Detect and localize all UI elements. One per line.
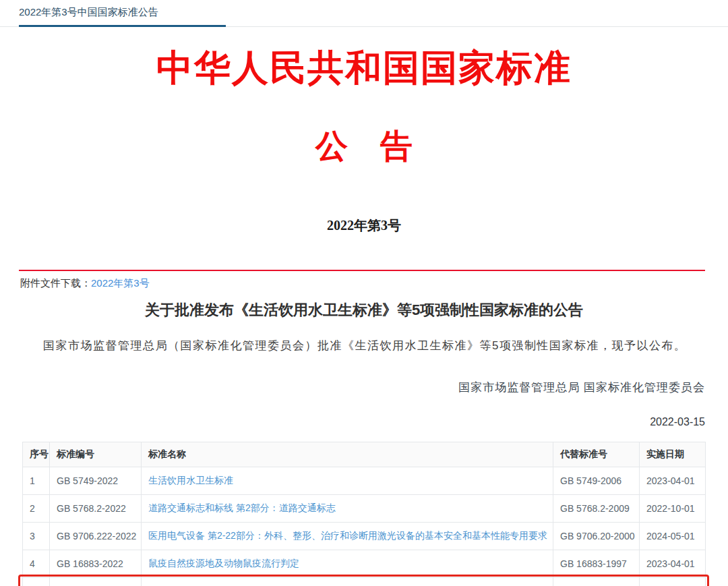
cell-code: GB 30871-2022 <box>50 577 142 586</box>
cell-code: GB 16883-2022 <box>50 550 142 577</box>
cell-code: GB 9706.222-2022 <box>50 522 142 550</box>
red-divider <box>19 270 705 271</box>
cell-code: GB 5749-2022 <box>50 467 142 494</box>
cell-no: 2 <box>23 494 50 522</box>
issue-number: 2022年第3号 <box>0 216 728 235</box>
page-title: 中华人民共和国国家标准 <box>0 44 728 93</box>
attachment-row: 附件文件下载：2022年第3号 <box>20 277 728 290</box>
table-row: 3 GB 9706.222-2022 医用电气设备 第2-22部分：外科、整形、… <box>23 522 706 550</box>
attachment-link[interactable]: 2022年第3号 <box>91 277 150 289</box>
cell-effective: 2022-10-01 <box>640 577 706 586</box>
cell-name: 危险化学品企业特殊作业安全规范 <box>142 577 553 586</box>
table-row: 4 GB 16883-2022 鼠疫自然疫源地及动物鼠疫流行判定 GB 1688… <box>23 550 706 577</box>
table-header-row: 序号 标准编号 标准名称 代替标准号 实施日期 <box>23 442 706 467</box>
tab-announcement[interactable]: 2022年第3号中国国家标准公告 <box>19 6 226 27</box>
cell-replaces: GB 16883-1997 <box>553 550 640 577</box>
col-header-effective: 实施日期 <box>640 442 706 467</box>
cell-name: 道路交通标志和标线 第2部分：道路交通标志 <box>142 494 553 522</box>
announcement-heading: 关于批准发布《生活饮用水卫生标准》等5项强制性国家标准的公告 <box>0 300 728 320</box>
col-header-no: 序号 <box>23 442 50 467</box>
cell-replaces: GB 5768.2-2009 <box>553 494 640 522</box>
cell-no: 5 <box>23 577 50 586</box>
cell-effective: 2024-05-01 <box>640 522 706 550</box>
cell-no: 1 <box>23 467 50 494</box>
table-row: 5 GB 30871-2022 危险化学品企业特殊作业安全规范 GB 30871… <box>23 577 706 586</box>
announcement-subtitle: 公 告 <box>0 125 728 168</box>
cell-code: GB 5768.2-2022 <box>50 494 142 522</box>
col-header-replaces: 代替标准号 <box>553 442 640 467</box>
cell-name: 鼠疫自然疫源地及动物鼠疫流行判定 <box>142 550 553 577</box>
table-row: 2 GB 5768.2-2022 道路交通标志和标线 第2部分：道路交通标志 G… <box>23 494 706 522</box>
standard-name-link[interactable]: 生活饮用水卫生标准 <box>148 475 233 486</box>
cell-replaces: GB 30871-2014 <box>553 577 640 586</box>
cell-name: 医用电气设备 第2-22部分：外科、整形、治疗和诊断用激光设备的基本安全和基本性… <box>142 522 553 550</box>
attachment-label: 附件文件下载： <box>20 277 91 289</box>
standard-name-link[interactable]: 医用电气设备 第2-22部分：外科、整形、治疗和诊断用激光设备的基本安全和基本性… <box>148 530 547 541</box>
standard-name-link[interactable]: 道路交通标志和标线 第2部分：道路交通标志 <box>148 502 336 513</box>
cell-no: 3 <box>23 522 50 550</box>
issuer-line: 国家市场监督管理总局 国家标准化管理委员会 <box>0 380 705 395</box>
col-header-code: 标准编号 <box>50 442 142 467</box>
publish-date: 2022-03-15 <box>0 416 705 428</box>
cell-replaces: GB 5749-2006 <box>553 467 640 494</box>
cell-name: 生活饮用水卫生标准 <box>142 467 553 494</box>
standards-table: 序号 标准编号 标准名称 代替标准号 实施日期 1 GB 5749-2022 生… <box>22 442 706 586</box>
tab-bar: 2022年第3号中国国家标准公告 <box>0 0 728 27</box>
cell-effective: 2023-04-01 <box>640 550 706 577</box>
table-row: 1 GB 5749-2022 生活饮用水卫生标准 GB 5749-2006 20… <box>23 467 706 494</box>
cell-effective: 2022-10-01 <box>640 494 706 522</box>
cell-no: 4 <box>23 550 50 577</box>
standard-name-link[interactable]: 鼠疫自然疫源地及动物鼠疫流行判定 <box>148 558 299 568</box>
cell-effective: 2023-04-01 <box>640 467 706 494</box>
col-header-name: 标准名称 <box>142 442 553 467</box>
standards-table-wrapper: 序号 标准编号 标准名称 代替标准号 实施日期 1 GB 5749-2022 生… <box>22 442 705 586</box>
announcement-body: 国家市场监督管理总局（国家标准化管理委员会）批准《生活饮用水卫生标准》等5项强制… <box>20 338 706 355</box>
cell-replaces: GB 9706.20-2000 <box>553 522 640 550</box>
